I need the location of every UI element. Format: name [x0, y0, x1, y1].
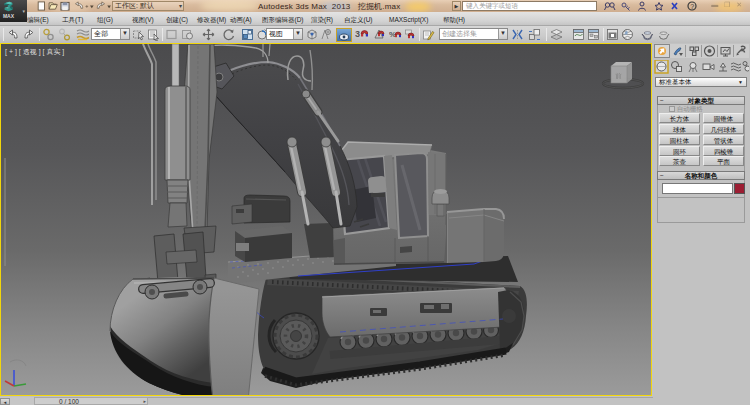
svg-text:前: 前 [615, 72, 622, 79]
svg-text:3: 3 [355, 29, 360, 39]
svg-text:?: ? [690, 3, 694, 10]
